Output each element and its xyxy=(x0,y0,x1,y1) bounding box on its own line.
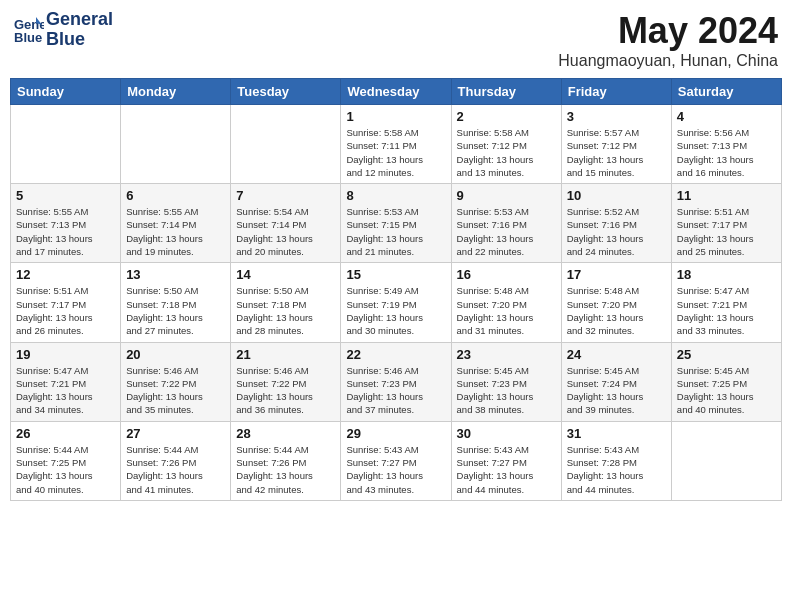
calendar-cell: 5Sunrise: 5:55 AM Sunset: 7:13 PM Daylig… xyxy=(11,184,121,263)
day-info: Sunrise: 5:57 AM Sunset: 7:12 PM Dayligh… xyxy=(567,126,666,179)
calendar-cell: 23Sunrise: 5:45 AM Sunset: 7:23 PM Dayli… xyxy=(451,342,561,421)
day-info: Sunrise: 5:51 AM Sunset: 7:17 PM Dayligh… xyxy=(16,284,115,337)
svg-text:Blue: Blue xyxy=(14,30,42,45)
day-number: 17 xyxy=(567,267,666,282)
calendar-cell: 31Sunrise: 5:43 AM Sunset: 7:28 PM Dayli… xyxy=(561,421,671,500)
day-info: Sunrise: 5:53 AM Sunset: 7:15 PM Dayligh… xyxy=(346,205,445,258)
day-info: Sunrise: 5:45 AM Sunset: 7:23 PM Dayligh… xyxy=(457,364,556,417)
day-info: Sunrise: 5:53 AM Sunset: 7:16 PM Dayligh… xyxy=(457,205,556,258)
day-number: 14 xyxy=(236,267,335,282)
day-info: Sunrise: 5:43 AM Sunset: 7:27 PM Dayligh… xyxy=(457,443,556,496)
calendar-week-row: 26Sunrise: 5:44 AM Sunset: 7:25 PM Dayli… xyxy=(11,421,782,500)
calendar-cell: 13Sunrise: 5:50 AM Sunset: 7:18 PM Dayli… xyxy=(121,263,231,342)
header: General Blue General Blue May 2024 Huang… xyxy=(10,10,782,70)
title-area: May 2024 Huangmaoyuan, Hunan, China xyxy=(558,10,778,70)
calendar-cell: 4Sunrise: 5:56 AM Sunset: 7:13 PM Daylig… xyxy=(671,105,781,184)
calendar-cell: 9Sunrise: 5:53 AM Sunset: 7:16 PM Daylig… xyxy=(451,184,561,263)
day-info: Sunrise: 5:50 AM Sunset: 7:18 PM Dayligh… xyxy=(126,284,225,337)
day-number: 1 xyxy=(346,109,445,124)
calendar-cell: 3Sunrise: 5:57 AM Sunset: 7:12 PM Daylig… xyxy=(561,105,671,184)
calendar-cell: 18Sunrise: 5:47 AM Sunset: 7:21 PM Dayli… xyxy=(671,263,781,342)
day-of-week-header: Monday xyxy=(121,79,231,105)
calendar-cell: 29Sunrise: 5:43 AM Sunset: 7:27 PM Dayli… xyxy=(341,421,451,500)
day-number: 19 xyxy=(16,347,115,362)
day-info: Sunrise: 5:44 AM Sunset: 7:25 PM Dayligh… xyxy=(16,443,115,496)
calendar-cell: 26Sunrise: 5:44 AM Sunset: 7:25 PM Dayli… xyxy=(11,421,121,500)
day-info: Sunrise: 5:51 AM Sunset: 7:17 PM Dayligh… xyxy=(677,205,776,258)
day-of-week-header: Thursday xyxy=(451,79,561,105)
day-number: 10 xyxy=(567,188,666,203)
day-info: Sunrise: 5:43 AM Sunset: 7:28 PM Dayligh… xyxy=(567,443,666,496)
calendar-cell: 6Sunrise: 5:55 AM Sunset: 7:14 PM Daylig… xyxy=(121,184,231,263)
day-number: 29 xyxy=(346,426,445,441)
calendar-cell: 11Sunrise: 5:51 AM Sunset: 7:17 PM Dayli… xyxy=(671,184,781,263)
day-info: Sunrise: 5:55 AM Sunset: 7:13 PM Dayligh… xyxy=(16,205,115,258)
day-info: Sunrise: 5:46 AM Sunset: 7:23 PM Dayligh… xyxy=(346,364,445,417)
logo-icon: General Blue xyxy=(14,15,44,45)
day-of-week-header: Wednesday xyxy=(341,79,451,105)
day-info: Sunrise: 5:45 AM Sunset: 7:24 PM Dayligh… xyxy=(567,364,666,417)
day-number: 4 xyxy=(677,109,776,124)
day-info: Sunrise: 5:48 AM Sunset: 7:20 PM Dayligh… xyxy=(457,284,556,337)
day-number: 8 xyxy=(346,188,445,203)
day-number: 13 xyxy=(126,267,225,282)
day-info: Sunrise: 5:52 AM Sunset: 7:16 PM Dayligh… xyxy=(567,205,666,258)
calendar-cell: 25Sunrise: 5:45 AM Sunset: 7:25 PM Dayli… xyxy=(671,342,781,421)
day-info: Sunrise: 5:47 AM Sunset: 7:21 PM Dayligh… xyxy=(16,364,115,417)
calendar-cell: 30Sunrise: 5:43 AM Sunset: 7:27 PM Dayli… xyxy=(451,421,561,500)
day-number: 25 xyxy=(677,347,776,362)
day-number: 23 xyxy=(457,347,556,362)
day-number: 28 xyxy=(236,426,335,441)
day-number: 24 xyxy=(567,347,666,362)
main-title: May 2024 xyxy=(558,10,778,52)
logo: General Blue General Blue xyxy=(14,10,113,50)
calendar-cell xyxy=(11,105,121,184)
day-number: 6 xyxy=(126,188,225,203)
calendar-cell xyxy=(231,105,341,184)
calendar-cell: 2Sunrise: 5:58 AM Sunset: 7:12 PM Daylig… xyxy=(451,105,561,184)
day-info: Sunrise: 5:55 AM Sunset: 7:14 PM Dayligh… xyxy=(126,205,225,258)
calendar-cell: 14Sunrise: 5:50 AM Sunset: 7:18 PM Dayli… xyxy=(231,263,341,342)
day-number: 20 xyxy=(126,347,225,362)
day-number: 3 xyxy=(567,109,666,124)
calendar-cell: 28Sunrise: 5:44 AM Sunset: 7:26 PM Dayli… xyxy=(231,421,341,500)
day-number: 26 xyxy=(16,426,115,441)
calendar-cell: 27Sunrise: 5:44 AM Sunset: 7:26 PM Dayli… xyxy=(121,421,231,500)
calendar-cell: 10Sunrise: 5:52 AM Sunset: 7:16 PM Dayli… xyxy=(561,184,671,263)
day-info: Sunrise: 5:44 AM Sunset: 7:26 PM Dayligh… xyxy=(126,443,225,496)
day-info: Sunrise: 5:48 AM Sunset: 7:20 PM Dayligh… xyxy=(567,284,666,337)
day-number: 11 xyxy=(677,188,776,203)
day-of-week-header: Friday xyxy=(561,79,671,105)
calendar-header-row: SundayMondayTuesdayWednesdayThursdayFrid… xyxy=(11,79,782,105)
calendar-cell xyxy=(671,421,781,500)
day-info: Sunrise: 5:50 AM Sunset: 7:18 PM Dayligh… xyxy=(236,284,335,337)
calendar-week-row: 5Sunrise: 5:55 AM Sunset: 7:13 PM Daylig… xyxy=(11,184,782,263)
day-of-week-header: Tuesday xyxy=(231,79,341,105)
day-number: 16 xyxy=(457,267,556,282)
day-info: Sunrise: 5:47 AM Sunset: 7:21 PM Dayligh… xyxy=(677,284,776,337)
day-number: 31 xyxy=(567,426,666,441)
calendar-cell: 8Sunrise: 5:53 AM Sunset: 7:15 PM Daylig… xyxy=(341,184,451,263)
day-number: 7 xyxy=(236,188,335,203)
day-info: Sunrise: 5:58 AM Sunset: 7:12 PM Dayligh… xyxy=(457,126,556,179)
day-info: Sunrise: 5:44 AM Sunset: 7:26 PM Dayligh… xyxy=(236,443,335,496)
calendar-cell: 16Sunrise: 5:48 AM Sunset: 7:20 PM Dayli… xyxy=(451,263,561,342)
day-number: 2 xyxy=(457,109,556,124)
day-info: Sunrise: 5:56 AM Sunset: 7:13 PM Dayligh… xyxy=(677,126,776,179)
day-info: Sunrise: 5:43 AM Sunset: 7:27 PM Dayligh… xyxy=(346,443,445,496)
day-of-week-header: Saturday xyxy=(671,79,781,105)
day-number: 27 xyxy=(126,426,225,441)
calendar-week-row: 1Sunrise: 5:58 AM Sunset: 7:11 PM Daylig… xyxy=(11,105,782,184)
day-info: Sunrise: 5:45 AM Sunset: 7:25 PM Dayligh… xyxy=(677,364,776,417)
day-info: Sunrise: 5:46 AM Sunset: 7:22 PM Dayligh… xyxy=(236,364,335,417)
day-number: 15 xyxy=(346,267,445,282)
day-number: 5 xyxy=(16,188,115,203)
logo-text: General Blue xyxy=(46,10,113,50)
day-of-week-header: Sunday xyxy=(11,79,121,105)
calendar-cell: 17Sunrise: 5:48 AM Sunset: 7:20 PM Dayli… xyxy=(561,263,671,342)
day-number: 9 xyxy=(457,188,556,203)
calendar-cell: 7Sunrise: 5:54 AM Sunset: 7:14 PM Daylig… xyxy=(231,184,341,263)
calendar-cell: 19Sunrise: 5:47 AM Sunset: 7:21 PM Dayli… xyxy=(11,342,121,421)
day-info: Sunrise: 5:58 AM Sunset: 7:11 PM Dayligh… xyxy=(346,126,445,179)
calendar-cell: 15Sunrise: 5:49 AM Sunset: 7:19 PM Dayli… xyxy=(341,263,451,342)
